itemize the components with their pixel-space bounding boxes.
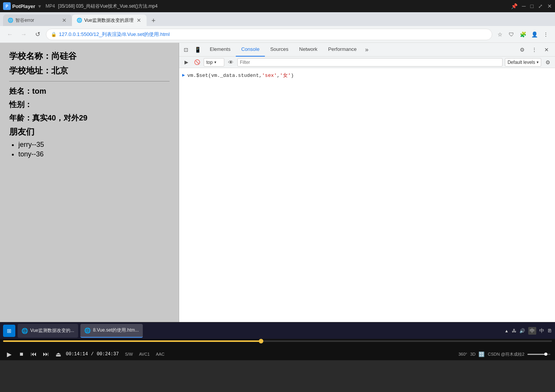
age-section: 年龄：真实40，对外29 [9,113,170,123]
run-button[interactable]: ▶ [182,58,191,67]
player-bar: ▶ ■ ⏮ ⏭ ⏏ 00:14:14 / 00:24:37 S/W AVC1 A… [0,339,555,360]
pin-button[interactable]: 📌 [511,3,517,9]
devtools-close-icon[interactable]: ✕ [541,44,552,55]
clear-button[interactable]: 🚫 [193,58,201,67]
next-button[interactable]: ⏭ [41,350,51,359]
forward-button[interactable]: → [18,29,29,40]
fullscreen-button[interactable]: ⤢ [538,3,543,9]
devtools-titlebar: ⊡ 📱 Elements Console Sources Network Per… [179,43,555,57]
browser-content: 学校名称：尚硅谷 学校地址：北京 姓名：tom 性别： 年龄：真实40，对外29… [0,43,555,322]
school-address: 学校地址：北京 [9,65,170,76]
play-button[interactable]: ▶ [5,350,14,359]
prev-button[interactable]: ⏮ [29,350,38,359]
taskbar-ime2-icon[interactable]: 中 [539,327,544,334]
progress-bar[interactable] [3,340,552,342]
address-input[interactable]: 🔒 127.0.0.1:5500/12_列表渲染/8.Vue.set的使用.ht… [46,29,492,40]
devtools-left-icons: ⊡ 📱 [181,44,203,55]
browser-tabs: 🌐 智谷error ✕ 🌐 Vue监测数据改变的原理 ✕ + [0,12,555,26]
minimize-button[interactable]: ─ [522,3,526,9]
friends-title: 朋友们 [9,126,170,138]
levels-dropdown-icon: ▾ [537,60,539,64]
taskbar-item-2-icon: 🌐 [84,327,91,333]
school-name-section: 学校名称：尚硅谷 [9,50,170,62]
tab-performance[interactable]: Performance [323,43,362,57]
profile-icon[interactable]: 👤 [530,30,539,39]
tab-2-icon: 🌐 [77,18,82,23]
video-format: MP4 [46,3,55,9]
restore-button[interactable]: □ [531,3,534,9]
tab-console[interactable]: Console [236,43,265,57]
taskbar: ⊞ 🌐 Vue监测数据改变的... 🌐 8.Vue.set的使用.htm... … [0,322,555,339]
default-levels-dropdown[interactable]: Default levels ▾ [505,58,541,67]
taskbar-item-1[interactable]: 🌐 Vue监测数据改变的... [18,324,78,338]
taskbar-tray-arrow[interactable]: ▲ [504,329,509,333]
player-controls: ▶ ■ ⏮ ⏭ ⏏ 00:14:14 / 00:24:37 S/W AVC1 A… [0,350,555,359]
eject-button[interactable]: ⏏ [54,350,63,359]
taskbar-item-1-label: Vue监测数据改变的... [30,327,74,334]
start-button[interactable]: ⊞ [3,325,15,337]
time-separator: / [91,351,94,357]
taskbar-item-1-icon: 🌐 [21,328,28,334]
entry-expand-arrow[interactable]: ▶ [182,72,185,78]
school-name: 学校名称：尚硅谷 [9,50,170,62]
new-tab-button[interactable]: + [148,15,159,26]
browser-tab-1[interactable]: 🌐 智谷error ✕ [3,15,72,26]
list-item: jerry--35 [18,141,170,149]
back-button[interactable]: ← [5,29,15,40]
browser-tab-2[interactable]: 🌐 Vue监测数据改变的原理 ✕ [72,15,147,26]
close-button[interactable]: ✕ [547,3,552,9]
taskbar-notify-icon[interactable]: 🖹 [547,328,552,333]
browser-area: 🌐 智谷error ✕ 🌐 Vue监测数据改变的原理 ✕ + ← → ↺ 🔒 1… [0,12,555,322]
school-addr-section: 学校地址：北京 [9,65,170,76]
eye-icon[interactable]: 👁 [227,58,235,67]
shield-icon[interactable]: 🛡 [507,30,516,39]
gender-field: 性别： [9,99,170,110]
more-tabs-button[interactable]: » [362,43,372,57]
player-3d-label: 3D [470,352,475,356]
context-dropdown-icon: ▾ [214,60,216,64]
tab-1-close[interactable]: ✕ [61,17,67,23]
devtools-more-icon[interactable]: ⋮ [529,44,540,55]
address-bar-icons: ☆ 🛡 🧩 👤 ⋮ [495,30,550,39]
filter-input[interactable] [237,58,503,67]
format-aac: AAC [156,352,165,356]
progress-fill [3,340,261,342]
taskbar-item-2[interactable]: 🌐 8.Vue.set的使用.htm... [80,324,143,338]
device-toolbar-icon[interactable]: 📱 [192,44,203,55]
console-settings-icon[interactable]: ⚙ [544,58,552,67]
volume-thumb[interactable] [544,353,547,356]
app-name: PotPlayer [12,3,35,9]
age-field: 年龄：真实40，对外29 [9,113,170,123]
app-logo: P PotPlayer ▾ [3,2,42,10]
tab-2-close[interactable]: ✕ [136,17,142,23]
taskbar-network-icon[interactable]: 🖧 [512,328,516,333]
logo-icon: P [3,2,11,10]
volume-fill [527,354,546,355]
player-right-area: 360° 3D 🔡 CSDN @符木成桂2 [459,351,550,357]
list-item: tony--36 [18,150,170,158]
tab-sources[interactable]: Sources [265,43,294,57]
taskbar-volume-icon[interactable]: 🔊 [519,328,525,333]
window-controls[interactable]: 📌 ─ □ ⤢ ✕ [511,3,552,9]
context-selector[interactable]: top ▾ [204,58,224,67]
extensions-icon[interactable]: 🧩 [518,30,527,39]
tab-network[interactable]: Network [294,43,323,57]
video-filename: [35/168] 035_尚硅谷Vue技术_Vue.set()方法.mp4 [58,3,158,10]
volume-bar[interactable] [527,354,550,355]
select-element-icon[interactable]: ⊡ [181,44,191,55]
player-csdn-label: CSDN @符木成桂2 [488,351,524,357]
reload-button[interactable]: ↺ [32,29,43,40]
bookmark-star-icon[interactable]: ☆ [495,30,504,39]
taskbar-right: ▲ 🖧 🔊 中 中 🖹 [504,327,552,335]
stop-button[interactable]: ■ [17,350,26,359]
progress-thumb[interactable] [259,339,263,343]
friends-list: jerry--35 tony--36 [9,141,170,158]
devtools-settings-icon[interactable]: ⚙ [517,44,527,55]
name-field: 姓名：tom [9,86,170,96]
name-section: 姓名：tom [9,86,170,96]
gender-section: 性别： [9,99,170,110]
menu-button[interactable]: ⋮ [541,30,550,39]
tab-elements[interactable]: Elements [204,43,236,57]
player-icon-1[interactable]: 🔡 [478,351,485,357]
taskbar-ime-icon[interactable]: 中 [528,327,536,335]
